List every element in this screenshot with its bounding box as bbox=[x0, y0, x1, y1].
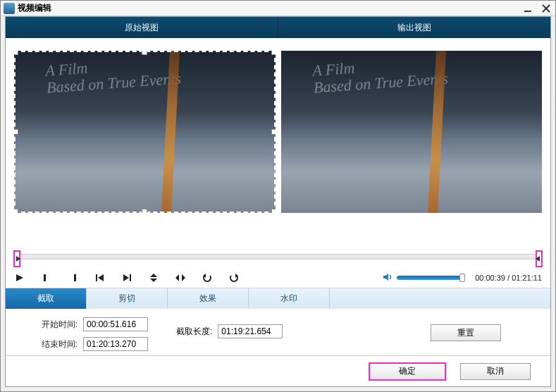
video-edit-window: 视频编辑 原始视图 输出视图 A Film Based on True Even… bbox=[0, 0, 556, 392]
volume-icon[interactable] bbox=[383, 273, 393, 283]
time-current: 00:00:39 bbox=[475, 274, 505, 282]
volume-thumb[interactable] bbox=[459, 274, 465, 282]
flip-vertical-button[interactable] bbox=[148, 272, 159, 283]
volume-slider[interactable] bbox=[397, 276, 464, 280]
svg-marker-11 bbox=[150, 278, 157, 282]
original-canvas: A Film Based on True Events bbox=[14, 51, 276, 213]
tab-effect[interactable]: 效果 bbox=[168, 288, 249, 309]
length-label: 截取长度: bbox=[176, 326, 212, 338]
dialog-footer: 确定 取消 bbox=[6, 355, 550, 386]
crop-handle-tr[interactable] bbox=[271, 51, 276, 55]
original-preview[interactable]: A Film Based on True Events bbox=[14, 51, 276, 243]
cancel-button[interactable]: 取消 bbox=[460, 363, 531, 380]
volume-control bbox=[383, 273, 464, 283]
end-time-label: 结束时间: bbox=[38, 338, 78, 350]
mark-out-button[interactable] bbox=[68, 272, 79, 283]
timeline[interactable] bbox=[14, 254, 542, 259]
range-end-handle[interactable] bbox=[536, 250, 543, 267]
end-time-input[interactable] bbox=[83, 337, 148, 351]
mark-in-button[interactable] bbox=[41, 272, 52, 283]
timeline-row bbox=[6, 250, 550, 267]
tab-watermark[interactable]: 水印 bbox=[249, 288, 330, 309]
svg-rect-5 bbox=[74, 274, 76, 281]
svg-rect-6 bbox=[96, 274, 97, 281]
rotate-left-button[interactable] bbox=[202, 272, 213, 283]
svg-marker-12 bbox=[175, 274, 179, 281]
crop-handle-bl[interactable] bbox=[14, 209, 18, 213]
rotate-right-button[interactable] bbox=[228, 272, 240, 283]
crop-handle-tm[interactable] bbox=[142, 51, 147, 55]
crop-handle-tl[interactable] bbox=[14, 51, 18, 55]
tab-trim[interactable]: 剪切 bbox=[87, 288, 168, 309]
output-canvas: A Film Based on True Events bbox=[281, 51, 543, 213]
next-frame-button[interactable] bbox=[121, 272, 132, 283]
crop-handle-lm[interactable] bbox=[14, 129, 18, 135]
crop-panel: 开始时间: 结束时间: 截取长度: 重置 bbox=[6, 309, 550, 362]
crop-handle-br[interactable] bbox=[271, 209, 276, 213]
crop-handle-bm[interactable] bbox=[142, 209, 147, 213]
play-button[interactable] bbox=[14, 272, 25, 283]
content-area: 原始视图 输出视图 A Film Based on True Events bbox=[5, 16, 551, 387]
preview-area: A Film Based on True Events bbox=[6, 38, 550, 250]
close-button[interactable] bbox=[540, 4, 552, 13]
ok-button[interactable]: 确定 bbox=[369, 362, 446, 381]
tab-original-view[interactable]: 原始视图 bbox=[6, 17, 278, 38]
playback-controls: 00:00:39 / 01:21:11 bbox=[6, 267, 550, 288]
svg-marker-10 bbox=[150, 274, 157, 277]
output-preview: A Film Based on True Events bbox=[281, 51, 543, 243]
video-overlay-text: A Film Based on True Events bbox=[45, 53, 182, 97]
flip-horizontal-button[interactable] bbox=[175, 272, 186, 283]
start-time-input[interactable] bbox=[83, 317, 148, 331]
svg-marker-8 bbox=[123, 274, 129, 281]
svg-rect-9 bbox=[130, 274, 131, 281]
svg-marker-16 bbox=[383, 274, 388, 281]
app-icon bbox=[4, 3, 15, 14]
range-start-handle[interactable] bbox=[13, 250, 20, 267]
tab-crop[interactable]: 截取 bbox=[6, 288, 87, 309]
svg-marker-7 bbox=[98, 274, 104, 281]
svg-marker-3 bbox=[16, 274, 23, 281]
time-total: 01:21:11 bbox=[512, 274, 542, 282]
minimize-button[interactable] bbox=[521, 4, 534, 13]
window-title: 视频编辑 bbox=[18, 2, 521, 14]
crop-handle-rm[interactable] bbox=[271, 129, 276, 135]
titlebar: 视频编辑 bbox=[1, 1, 555, 16]
function-tabs: 截取 剪切 效果 水印 bbox=[6, 288, 550, 309]
prev-frame-button[interactable] bbox=[94, 272, 106, 283]
tab-output-view[interactable]: 输出视图 bbox=[278, 17, 550, 38]
svg-rect-4 bbox=[44, 274, 46, 281]
video-overlay-text-out: A Film Based on True Events bbox=[311, 53, 448, 97]
time-display: 00:00:39 / 01:21:11 bbox=[475, 274, 542, 282]
reset-button[interactable]: 重置 bbox=[431, 324, 501, 341]
length-input[interactable] bbox=[218, 324, 283, 338]
view-tabs: 原始视图 输出视图 bbox=[6, 17, 550, 38]
start-time-label: 开始时间: bbox=[38, 319, 78, 331]
svg-marker-13 bbox=[182, 274, 185, 281]
